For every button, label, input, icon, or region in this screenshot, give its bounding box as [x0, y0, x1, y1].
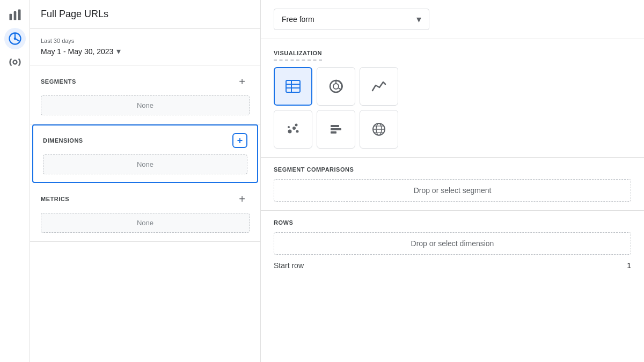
- rows-label: ROWS: [274, 219, 631, 226]
- visualization-grid: [274, 67, 631, 149]
- date-label: Last 30 days: [41, 38, 250, 44]
- segment-comparisons-section: SEGMENT COMPARISONS Drop or select segme…: [261, 158, 644, 211]
- dimensions-header: DIMENSIONS +: [43, 133, 247, 148]
- start-row-label: Start row: [274, 261, 304, 270]
- page-title-bar: Full Page URLs: [30, 0, 260, 29]
- svg-point-18: [295, 124, 298, 127]
- segment-comparisons-label: SEGMENT COMPARISONS: [274, 166, 631, 173]
- visualization-label: VISUALIZATION: [274, 50, 322, 61]
- segments-none[interactable]: None: [41, 95, 250, 115]
- free-form-section: Free form ▾: [261, 0, 644, 39]
- svg-rect-2: [18, 10, 20, 20]
- page-title: Full Page URLs: [41, 9, 250, 20]
- svg-rect-1: [13, 11, 16, 20]
- viz-line-button[interactable]: [360, 67, 398, 106]
- date-range-selector[interactable]: May 1 - May 30, 2023 ▾: [41, 46, 250, 56]
- segments-title: SEGMENTS: [41, 78, 76, 85]
- free-form-dropdown[interactable]: Free form ▾: [274, 9, 429, 30]
- segments-header: SEGMENTS +: [41, 74, 250, 89]
- add-metrics-button[interactable]: +: [235, 191, 250, 206]
- svg-rect-21: [331, 131, 336, 134]
- metrics-header: METRICS +: [41, 191, 250, 206]
- svg-point-11: [333, 84, 339, 89]
- svg-point-4: [13, 38, 16, 40]
- viz-table-button[interactable]: [274, 67, 312, 106]
- svg-rect-19: [331, 125, 339, 127]
- svg-rect-20: [331, 128, 341, 130]
- svg-point-14: [288, 130, 292, 134]
- dropdown-arrow-icon: ▾: [416, 13, 421, 25]
- svg-point-5: [13, 61, 17, 64]
- dimensions-section: DIMENSIONS + None: [32, 124, 258, 183]
- svg-point-16: [296, 130, 299, 133]
- nav-bar-chart[interactable]: [4, 4, 26, 26]
- date-range-text: May 1 - May 30, 2023: [41, 47, 113, 56]
- rows-section: ROWS Drop or select dimension Start row …: [261, 211, 644, 278]
- start-row-row: Start row 1: [274, 261, 631, 270]
- add-dimension-button[interactable]: +: [232, 133, 247, 148]
- dimension-drop-box[interactable]: Drop or select dimension: [274, 232, 631, 255]
- viz-pie-button[interactable]: [317, 67, 355, 106]
- date-section: Last 30 days May 1 - May 30, 2023 ▾: [30, 29, 260, 65]
- segments-section: SEGMENTS + None: [30, 65, 260, 124]
- nav-analytics[interactable]: [4, 28, 26, 49]
- free-form-label: Free form: [282, 15, 314, 24]
- add-segment-button[interactable]: +: [235, 74, 250, 89]
- sidebar-nav: [0, 0, 30, 362]
- start-row-value: 1: [627, 261, 631, 270]
- viz-geo-button[interactable]: [360, 110, 398, 149]
- left-panel: Full Page URLs Last 30 days May 1 - May …: [30, 0, 261, 362]
- visualization-section: VISUALIZATION: [261, 39, 644, 158]
- svg-rect-0: [9, 14, 12, 20]
- nav-signals[interactable]: [4, 51, 26, 73]
- panel-content: Last 30 days May 1 - May 30, 2023 ▾ SEGM…: [30, 29, 260, 362]
- dimensions-none[interactable]: None: [43, 154, 247, 174]
- date-dropdown-icon: ▾: [116, 46, 121, 56]
- viz-scatter-button[interactable]: [274, 110, 312, 149]
- dimensions-title: DIMENSIONS: [43, 137, 83, 144]
- svg-point-17: [288, 126, 290, 128]
- svg-rect-6: [286, 80, 300, 92]
- svg-point-15: [292, 127, 296, 130]
- segment-drop-box[interactable]: Drop or select segment: [274, 179, 631, 202]
- viz-bar-h-button[interactable]: [317, 110, 355, 149]
- metrics-none[interactable]: None: [41, 213, 250, 233]
- metrics-title: METRICS: [41, 196, 69, 202]
- metrics-section: METRICS + None: [30, 183, 260, 242]
- right-panel: Free form ▾ VISUALIZATION: [261, 0, 644, 362]
